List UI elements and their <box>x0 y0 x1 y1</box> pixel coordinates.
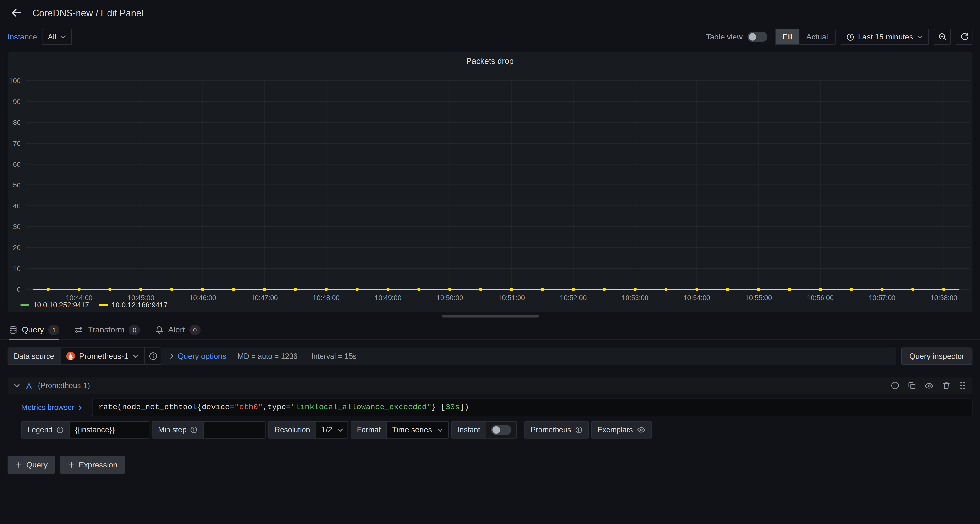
info-circle-icon[interactable] <box>56 426 64 434</box>
drag-handle-icon[interactable] <box>959 381 966 390</box>
editor-footer: Query Expression <box>8 456 973 474</box>
chevron-right-icon[interactable] <box>169 353 175 359</box>
legend-swatch <box>21 304 30 306</box>
query-row-header[interactable]: A (Prometheus-1) <box>8 378 973 394</box>
legend-group: Legend <box>21 421 150 439</box>
max-data-points-text: MD = auto = 1236 <box>237 352 298 360</box>
table-view-control: Table view <box>706 32 767 42</box>
actual-mode-button[interactable]: Actual <box>799 29 835 44</box>
resolution-select[interactable]: 1/2 <box>316 421 348 439</box>
legend-item[interactable]: 10.0.10.252:9417 <box>21 301 89 309</box>
header: CoreDNS-new / Edit Panel <box>0 0 980 25</box>
legend-item[interactable]: 10.0.12.166:9417 <box>99 301 167 309</box>
database-icon <box>9 325 18 334</box>
datasource-label: Data source <box>8 347 60 365</box>
time-range-picker[interactable]: Last 15 minutes <box>840 29 929 45</box>
tab-alert[interactable]: Alert 0 <box>155 320 200 339</box>
eye-icon[interactable] <box>636 426 645 434</box>
svg-text:10:47:00: 10:47:00 <box>251 294 278 302</box>
legend-series-name: 10.0.10.252:9417 <box>33 301 89 309</box>
svg-text:60: 60 <box>13 160 21 168</box>
info-circle-icon[interactable] <box>190 426 198 434</box>
datasource-help-button[interactable] <box>145 347 161 365</box>
interval-text: Interval = 15s <box>311 352 356 360</box>
svg-text:10:57:00: 10:57:00 <box>869 294 896 302</box>
min-step-label: Min step <box>152 421 204 439</box>
svg-text:20: 20 <box>13 244 21 251</box>
svg-text:90: 90 <box>13 98 21 106</box>
query-options-row: Legend Min step Resolution <box>8 421 973 439</box>
fill-mode-button[interactable]: Fill <box>776 29 799 44</box>
format-label: Format <box>351 421 387 439</box>
query-inspector-button[interactable]: Query inspector <box>901 347 972 365</box>
arrow-left-icon <box>11 7 22 18</box>
duplicate-query-icon[interactable] <box>908 381 916 390</box>
legend-input[interactable] <box>70 421 150 439</box>
bell-icon <box>155 325 164 334</box>
alert-count-badge: 0 <box>189 325 200 335</box>
add-expression-button[interactable]: Expression <box>60 456 125 474</box>
svg-text:10:46:00: 10:46:00 <box>189 294 216 302</box>
chevron-down-icon <box>917 33 923 40</box>
info-circle-icon <box>148 352 157 360</box>
query-expression-row: Metrics browser rate(node_net_ethtool{de… <box>8 399 973 416</box>
instant-group: Instant <box>451 421 517 439</box>
chevron-right-icon <box>77 405 83 410</box>
splitter-drag-handle[interactable] <box>441 315 538 317</box>
datasource-strip: Data source Prometheus-1 Query options <box>8 347 896 365</box>
format-group: Format Time series <box>351 421 449 439</box>
svg-text:80: 80 <box>13 118 21 126</box>
zoom-out-button[interactable] <box>934 29 950 45</box>
min-step-group: Min step <box>152 421 266 439</box>
chevron-down-icon[interactable] <box>14 383 20 389</box>
svg-text:10:44:00: 10:44:00 <box>66 294 93 302</box>
variable-value-dropdown[interactable]: All <box>42 29 72 45</box>
query-ref-id: A <box>26 381 32 390</box>
svg-text:100: 100 <box>9 77 21 84</box>
format-select[interactable]: Time series <box>387 421 449 439</box>
table-view-toggle[interactable] <box>748 32 767 42</box>
display-mode-segmented: Fill Actual <box>775 29 835 45</box>
instant-toggle[interactable] <box>492 425 511 435</box>
query-options-summary: MD = auto = 1236 Interval = 15s <box>237 352 356 360</box>
instant-toggle-box <box>485 421 517 439</box>
transform-icon <box>75 325 83 334</box>
min-step-input[interactable] <box>203 421 266 439</box>
exemplars-label: Exemplars <box>591 421 652 439</box>
datasource-picker[interactable]: Prometheus-1 <box>60 347 145 365</box>
legend-label: Legend <box>21 421 70 439</box>
tab-transform[interactable]: Transform 0 <box>75 320 140 339</box>
chevron-down-icon <box>337 427 343 433</box>
query-expression[interactable]: rate(node_net_ethtool{device="eth0",type… <box>92 399 972 416</box>
query-options-link[interactable]: Query options <box>178 352 226 360</box>
disable-query-eye-icon[interactable] <box>924 381 934 390</box>
query-count-badge: 1 <box>48 325 59 335</box>
info-circle-icon[interactable] <box>575 426 582 434</box>
add-query-button[interactable]: Query <box>8 456 55 474</box>
editor-tabs: Query 1 Transform 0 Alert 0 <box>0 320 980 340</box>
delete-query-trash-icon[interactable] <box>942 381 951 390</box>
zoom-out-icon <box>938 32 947 41</box>
svg-text:10:52:00: 10:52:00 <box>560 294 587 302</box>
clock-icon <box>846 33 854 41</box>
chart-canvas[interactable]: 010203040506070809010010:44:0010:45:0010… <box>8 53 973 303</box>
svg-text:10:48:00: 10:48:00 <box>313 294 340 302</box>
query-help-icon[interactable] <box>891 381 899 390</box>
prometheus-group: Prometheus <box>524 421 589 439</box>
svg-text:10:51:00: 10:51:00 <box>498 294 525 302</box>
svg-text:10:58:00: 10:58:00 <box>931 294 957 302</box>
metrics-browser-button[interactable]: Metrics browser <box>21 403 83 412</box>
datasource-row: Data source Prometheus-1 Query options <box>8 347 973 365</box>
variable-label[interactable]: Instance <box>8 32 37 41</box>
exemplars-group: Exemplars <box>591 421 652 439</box>
chart-legend: 10.0.10.252:941710.0.12.166:9417 <box>21 301 168 309</box>
table-view-label: Table view <box>706 32 743 41</box>
prometheus-logo-icon <box>66 352 75 360</box>
back-button[interactable] <box>8 4 25 21</box>
svg-text:10:45:00: 10:45:00 <box>127 294 154 302</box>
resolution-group: Resolution 1/2 <box>269 421 348 439</box>
tab-query[interactable]: Query 1 <box>9 320 60 339</box>
refresh-button[interactable] <box>956 29 972 45</box>
transform-count-badge: 0 <box>129 325 140 335</box>
page-title: CoreDNS-new / Edit Panel <box>32 7 143 18</box>
